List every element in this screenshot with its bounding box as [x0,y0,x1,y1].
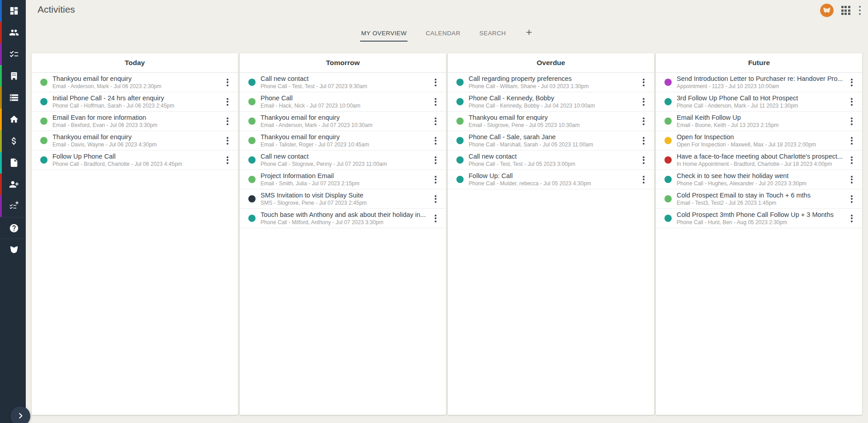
apps-grid-icon[interactable] [841,6,850,15]
activity-title[interactable]: Send Introduction Letter to Purchaser re… [677,75,845,82]
activity-row[interactable]: SMS Invitation to visit Display Suite SM… [240,189,446,209]
activity-title[interactable]: Thankyou email for enquiry [261,133,429,141]
add-tab-button[interactable] [524,26,534,42]
activity-row[interactable]: Call new contact Phone Call - Test, Test… [448,150,654,170]
activity-title[interactable]: Phone Call [261,94,429,102]
activity-title[interactable]: Email Keith Follow Up [677,114,845,121]
activity-row[interactable]: Call regarding property preferences Phon… [448,73,654,92]
activity-menu-button[interactable] [637,95,650,108]
activity-title[interactable]: Follow Up Phone Call [52,153,221,160]
activity-row[interactable]: Thankyou email for enquiry Email - Talis… [240,131,446,150]
activity-menu-button[interactable] [429,212,442,225]
activity-row[interactable]: 3rd Follow Up Phone Call to Hot Prospect… [656,92,862,112]
tab-calendar[interactable]: CALENDAR [425,27,461,42]
activity-title[interactable]: Thankyou email for enquiry [52,75,221,82]
activity-row[interactable]: Touch base with Anthony and ask about th… [240,209,446,228]
sidebar-item-add-task[interactable] [0,195,26,217]
tab-my-overview[interactable]: MY OVERVIEW [360,27,408,42]
activity-row[interactable]: Thankyou email for enquiry Email - Davis… [32,131,238,150]
activity-row[interactable]: Email Evan for more information Email - … [32,112,238,131]
activity-menu-button[interactable] [429,154,442,167]
activity-title[interactable]: Follow Up: Call [469,172,637,179]
activity-row[interactable]: Thankyou email for enquiry Email - Ander… [240,112,446,131]
activity-menu-button[interactable] [429,173,442,186]
activity-menu-button[interactable] [637,76,650,89]
activity-row[interactable]: Check in to see how their holiday went P… [656,170,862,189]
activity-row[interactable]: Phone Call - Kennedy, Bobby Phone Call -… [448,92,654,112]
activity-row[interactable]: Send Introduction Letter to Purchaser re… [656,73,862,92]
activity-menu-button[interactable] [845,193,859,206]
sidebar-item-dashboard[interactable] [0,0,26,22]
activity-row[interactable]: Have a face-to-face meeting about Charlo… [656,150,862,170]
sidebar-item-add-contact[interactable] [0,174,26,195]
sidebar-item-listings[interactable] [0,87,26,108]
activity-row[interactable]: Call new contact Phone Call - Test, Test… [240,73,446,92]
activity-title[interactable]: Open for Inspection [677,133,845,141]
activity-row[interactable]: Thankyou email for enquiry Email - Ander… [32,73,238,92]
activity-title[interactable]: Phone Call - Sale, sarah Jane [469,133,637,141]
more-menu-icon[interactable] [858,5,862,16]
activity-menu-button[interactable] [429,76,442,89]
sidebar-item-logo[interactable] [0,239,26,260]
activity-row[interactable]: Email Keith Follow Up Email - Boone, Kei… [656,112,862,131]
activity-title[interactable]: Call new contact [469,153,637,160]
activity-menu-button[interactable] [221,115,234,128]
user-avatar[interactable] [820,4,834,17]
sidebar-item-properties[interactable] [0,108,26,130]
activity-title[interactable]: Call regarding property preferences [469,75,637,82]
activity-menu-button[interactable] [637,115,650,128]
activity-menu-button[interactable] [429,95,442,108]
activity-menu-button[interactable] [637,154,650,167]
sidebar-item-documents[interactable] [0,152,26,174]
activity-menu-button[interactable] [221,95,234,108]
sidebar-item-contacts[interactable] [0,22,26,43]
sidebar-item-tasks[interactable] [0,43,26,65]
activity-menu-button[interactable] [637,173,650,186]
activity-menu-button[interactable] [845,134,859,147]
activity-row[interactable]: Call new contact Phone Call - Slogrove, … [240,150,446,170]
activity-title[interactable]: Thankyou email for enquiry [261,114,429,121]
activity-title[interactable]: Check in to see how their holiday went [677,172,845,179]
activity-menu-button[interactable] [845,76,859,89]
activity-title[interactable]: Have a face-to-face meeting about Charlo… [677,153,845,160]
activity-row[interactable]: Cold Prospect 3mth Phone Call Follow Up … [656,209,862,228]
activity-title[interactable]: Email Evan for more information [52,114,221,121]
activity-title[interactable]: Initial Phone Call - 24 hrs after enquir… [52,94,221,102]
tab-search[interactable]: SEARCH [479,27,507,42]
activity-menu-button[interactable] [637,134,650,147]
activity-title[interactable]: Call new contact [261,153,429,160]
activity-title[interactable]: 3rd Follow Up Phone Call to Hot Prospect [677,94,845,102]
activity-menu-button[interactable] [845,154,859,167]
activity-menu-button[interactable] [845,173,859,186]
activity-title[interactable]: Project Information Email [261,172,429,179]
activity-title[interactable]: Phone Call - Kennedy, Bobby [469,94,637,102]
activity-row[interactable]: Initial Phone Call - 24 hrs after enquir… [32,92,238,112]
activity-title[interactable]: Thankyou email for enquiry [52,133,221,141]
sidebar-expand-button[interactable] [10,406,30,423]
sidebar-item-buildings[interactable] [0,65,26,87]
sidebar-item-sales[interactable] [0,130,26,152]
activity-menu-button[interactable] [221,76,234,89]
activity-row[interactable]: Project Information Email Email - Smith,… [240,170,446,189]
activity-title[interactable]: SMS Invitation to visit Display Suite [261,192,429,199]
activity-row[interactable]: Phone Call Email - Hack, Nick - Jul 07 2… [240,92,446,112]
activity-title[interactable]: Thankyou email for enquiry [469,114,637,121]
activity-menu-button[interactable] [429,115,442,128]
activity-title[interactable]: Cold Prospect Email to stay in Touch + 6… [677,192,845,199]
activity-menu-button[interactable] [221,154,234,167]
activity-menu-button[interactable] [221,134,234,147]
activity-menu-button[interactable] [845,95,859,108]
activity-menu-button[interactable] [429,134,442,147]
activity-row[interactable]: Follow Up: Call Phone Call - Mulder, reb… [448,170,654,189]
activity-row[interactable]: Open for Inspection Open For Inspection … [656,131,862,150]
activity-row[interactable]: Follow Up Phone Call Phone Call - Bradfo… [32,150,238,170]
activity-menu-button[interactable] [845,115,859,128]
activity-title[interactable]: Call new contact [261,75,429,82]
activity-row[interactable]: Phone Call - Sale, sarah Jane Phone Call… [448,131,654,150]
activity-title[interactable]: Touch base with Anthony and ask about th… [261,211,429,218]
sidebar-item-help[interactable] [0,217,26,239]
activity-menu-button[interactable] [429,193,442,206]
activity-title[interactable]: Cold Prospect 3mth Phone Call Follow Up … [677,211,845,218]
activity-row[interactable]: Cold Prospect Email to stay in Touch + 6… [656,189,862,209]
activity-menu-button[interactable] [845,212,859,225]
